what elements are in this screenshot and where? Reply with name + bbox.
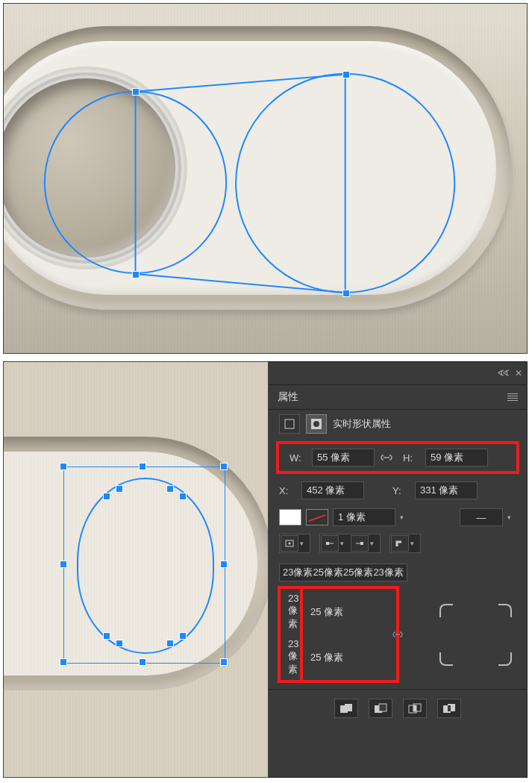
corner-link-icon[interactable] [392,629,403,640]
bbox-handle[interactable] [220,658,228,666]
anchor-handle[interactable] [342,71,350,78]
corner-summary-field[interactable]: 23像素25像素25像素23像素 [279,564,407,581]
corner-handle[interactable] [103,493,110,500]
corner-br-field[interactable]: 25 像素 [303,634,396,680]
fill-swatch[interactable] [279,509,301,525]
bbox-handle[interactable] [139,463,146,470]
corner-handle[interactable] [116,485,123,493]
x-label: X: [279,485,295,496]
svg-rect-10 [345,704,352,711]
svg-rect-18 [448,705,451,711]
mask-mode-icon[interactable] [279,414,300,434]
dropdown-icon[interactable]: ▾ [340,540,349,547]
properties-panel: ∢∢ ✕ 属性 实时形状属性 W: 55 像素 H: 59 像素 [269,361,528,778]
y-field[interactable]: 331 像素 [415,481,478,499]
panel-window-controls: ∢∢ ✕ [269,362,527,385]
corner-radius-section: 23 像素 23 像素 25 像素 25 像素 [269,586,527,683]
svg-rect-0 [285,419,294,428]
canvas-top[interactable] [3,3,528,354]
svg-rect-12 [379,704,387,711]
panel-title-bar: 属性 [269,385,527,410]
bbox-handle[interactable] [60,561,67,568]
corner-handle[interactable] [103,632,110,640]
collapse-icon[interactable]: ∢∢ [497,368,507,378]
selection-trapezoid [135,75,345,293]
corner-handle[interactable] [166,485,174,493]
stroke-weight-field[interactable]: 1 像素 [333,508,395,526]
dropdown-icon[interactable]: ▾ [410,540,419,547]
live-shape-label: 实时形状属性 [333,417,391,431]
corner-handle[interactable] [116,640,123,647]
y-label: Y: [392,485,409,496]
stroke-align-icon[interactable] [281,535,298,552]
anchor-handle[interactable] [342,290,350,297]
bbox-handle[interactable] [60,463,67,470]
svg-point-4 [289,543,291,545]
corner-tr-field[interactable]: 25 像素 [303,589,396,634]
combine-union-icon[interactable] [334,699,358,718]
stroke-caps-group: ▾ ▾ [319,534,381,553]
live-shape-outline[interactable] [77,478,214,654]
corner-right-column: 25 像素 25 像素 [300,586,399,683]
vector-overlay [4,4,527,354]
stroke-options-row: ▾ ▾ ▾ ▾ [269,531,527,561]
live-shape-icon[interactable] [306,414,327,434]
svg-rect-5 [326,542,329,545]
cap-start-icon[interactable] [321,535,339,552]
panel-title-label: 属性 [278,390,298,404]
corner-handle[interactable] [179,632,187,640]
corner-handle[interactable] [166,640,174,647]
anchor-handle[interactable] [132,88,140,96]
dropdown-icon[interactable]: ▾ [370,540,379,547]
corner-bl-icon[interactable] [398,634,494,683]
shape-type-row: 实时形状属性 [269,410,527,438]
width-label: W: [290,452,306,464]
panel-menu-icon[interactable] [507,392,518,402]
boolean-ops-row [269,689,527,731]
corner-handle[interactable] [179,493,187,500]
anchor-handle[interactable] [132,271,140,278]
stroke-weight-dropdown-icon[interactable]: ▾ [400,514,409,521]
width-field[interactable]: 55 像素 [312,449,375,467]
corner-tr-icon[interactable] [494,586,516,634]
bottom-area: ∢∢ ✕ 属性 实时形状属性 W: 55 像素 H: 59 像素 [3,361,528,778]
close-icon[interactable]: ✕ [515,368,522,378]
corner-join-icon[interactable] [391,535,409,552]
stroke-style-dropdown-icon[interactable]: ▾ [507,514,516,521]
position-row: X: 452 像素 Y: 331 像素 [269,477,527,504]
corner-left-column: 23 像素 23 像素 [278,586,303,683]
bbox-handle[interactable] [220,463,228,470]
bbox-handle[interactable] [60,658,67,666]
svg-point-2 [313,421,319,427]
bbox-handle[interactable] [139,658,146,666]
combine-exclude-icon[interactable] [437,699,461,718]
cap-end-icon[interactable] [351,535,369,552]
link-size-icon[interactable] [381,453,397,462]
fill-stroke-row: 1 像素 ▾ — ▾ [269,504,527,531]
stroke-corner-group: ▾ [389,534,421,553]
x-field[interactable]: 452 像素 [301,481,364,499]
height-label: H: [403,452,419,464]
svg-rect-8 [360,542,363,545]
size-row: W: 55 像素 H: 59 像素 [276,441,519,474]
height-field[interactable]: 59 像素 [425,449,488,467]
dropdown-icon[interactable]: ▾ [300,540,309,547]
svg-rect-15 [413,705,416,711]
combine-subtract-icon[interactable] [369,699,392,718]
bbox-handle[interactable] [220,561,228,568]
stroke-swatch[interactable] [306,509,328,525]
canvas-bottom[interactable] [3,361,269,778]
stroke-align-group: ▾ [279,534,310,553]
corner-tl-icon[interactable] [398,586,494,634]
stroke-style-field[interactable]: — [460,508,503,526]
corner-br-icon[interactable] [494,634,516,683]
combine-intersect-icon[interactable] [403,699,427,718]
